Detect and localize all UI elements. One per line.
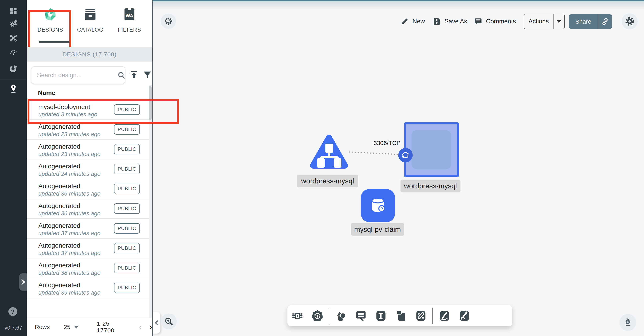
settings-button[interactable] — [622, 14, 638, 29]
pagination-bar: Rows 25 1-25 17700 ‹ › — [27, 318, 152, 336]
share-split-button[interactable]: Share — [569, 15, 612, 29]
visibility-badge: PUBLIC — [114, 263, 140, 273]
pagination-range: 1-25 17700 — [97, 320, 127, 334]
design-updated: updated 23 minutes ago — [38, 131, 100, 138]
wasm-filter-icon: WA — [122, 6, 138, 23]
design-row[interactable]: Autogenerated updated 36 minutes ago PUB… — [27, 179, 150, 199]
dots-flower-button[interactable] — [161, 14, 176, 29]
visibility-badge: PUBLIC — [114, 283, 140, 293]
design-row[interactable]: Autogenerated updated 23 minutes ago PUB… — [27, 120, 150, 140]
design-row[interactable]: mysql-deployment updated 3 minutes ago P… — [27, 100, 150, 120]
pen-nib-icon — [622, 317, 633, 328]
tab-designs[interactable]: DESIGNS — [32, 6, 68, 43]
pen-line-tool[interactable] — [434, 305, 454, 326]
design-row[interactable]: Autogenerated updated 37 minutes ago PUB… — [27, 219, 150, 239]
sidebar-expand-tab[interactable] — [20, 273, 27, 291]
copy-rects-tool[interactable] — [391, 305, 411, 326]
publish-upload-button[interactable] — [129, 70, 139, 80]
sidebar-item-lifecycle[interactable] — [0, 17, 27, 31]
design-row[interactable]: Autogenerated updated 24 minutes ago PUB… — [27, 159, 150, 179]
save-as-button[interactable]: Save As — [432, 14, 467, 29]
visibility-badge: PUBLIC — [114, 223, 140, 234]
chevron-right-icon — [20, 279, 26, 285]
node-label-deployment[interactable]: wordpress-mysql — [400, 180, 460, 192]
design-updated: updated 37 minutes ago — [38, 250, 100, 256]
dropdown-caret-icon — [556, 20, 562, 23]
actions-dropdown-toggle[interactable] — [554, 20, 564, 23]
visibility-badge: PUBLIC — [114, 124, 140, 135]
node-label-service[interactable]: wordpress-mysql — [297, 175, 358, 187]
search-icon — [117, 71, 126, 80]
sidebar-item-extensions[interactable] — [0, 61, 27, 76]
copy-link-button[interactable] — [598, 17, 612, 26]
chain-link-tool[interactable] — [411, 305, 431, 326]
rows-per-page-select[interactable]: 25 — [64, 323, 79, 330]
pencil-curl-tool[interactable] — [454, 305, 474, 326]
new-button[interactable]: New — [400, 14, 425, 29]
tab-catalog[interactable]: CATALOG — [72, 6, 108, 43]
list-scrollbar-track[interactable] — [148, 85, 152, 336]
node-service-wordpress-mysql[interactable] — [309, 132, 349, 172]
filter-list-button[interactable] — [142, 70, 152, 80]
node-label-pvc[interactable]: mysql-pv-claim — [351, 223, 404, 236]
shapes-tool[interactable] — [331, 305, 351, 326]
edge-wordpress-mysql[interactable] — [348, 148, 406, 158]
toolbar-divider — [432, 308, 433, 324]
design-row[interactable]: Autogenerated updated 39 minutes ago PUB… — [27, 278, 150, 298]
search-input[interactable] — [36, 71, 117, 79]
share-label: Share — [569, 18, 598, 25]
list-scrollbar-thumb[interactable] — [148, 86, 152, 120]
design-row[interactable]: Autogenerated updated 23 minutes ago PUB… — [27, 140, 150, 159]
actions-split-button[interactable]: Actions — [524, 14, 565, 29]
design-updated: updated 3 minutes ago — [38, 111, 97, 118]
design-row[interactable]: Autogenerated updated 36 minutes ago PUB… — [27, 199, 150, 219]
design-name: Autogenerated — [38, 183, 80, 190]
node-label-text: wordpress-mysql — [404, 182, 457, 190]
visibility-badge: PUBLIC — [114, 144, 140, 154]
zoom-in-icon — [164, 316, 174, 326]
design-search-box[interactable] — [31, 66, 126, 84]
text-tool[interactable] — [371, 305, 391, 326]
kubernetes-tool[interactable] — [308, 305, 328, 326]
copy-rects-icon — [395, 309, 407, 322]
freehand-pen-button[interactable] — [620, 314, 636, 331]
sidebar-item-configuration[interactable] — [0, 31, 27, 45]
design-canvas[interactable]: New Save As Comments Actions Share — [153, 0, 644, 336]
design-updated: updated 36 minutes ago — [38, 190, 100, 197]
pencil-icon — [400, 17, 409, 26]
visibility-badge: PUBLIC — [114, 184, 140, 194]
sidebar-item-performance[interactable] — [0, 45, 27, 59]
design-name: Autogenerated — [38, 242, 80, 249]
new-button-label: New — [412, 18, 425, 25]
help-button[interactable]: ? — [8, 307, 17, 316]
comments-button[interactable]: Comments — [474, 14, 516, 29]
tab-filters[interactable]: WA FILTERS — [112, 6, 148, 43]
link-icon — [601, 17, 609, 26]
left-navigation-sidebar: ? v0.7.67 — [0, 0, 27, 336]
design-row[interactable]: Autogenerated updated 38 minutes ago PUB… — [27, 258, 150, 278]
gears-icon — [9, 19, 18, 28]
components-tool[interactable] — [288, 305, 308, 326]
extensions-icon — [9, 64, 18, 73]
dashboard-icon — [9, 7, 18, 16]
next-page-button[interactable]: › — [150, 323, 152, 331]
active-tab-underline — [39, 41, 70, 43]
text-icon — [375, 309, 387, 322]
kubernetes-icon — [311, 309, 324, 322]
design-updated: updated 38 minutes ago — [38, 270, 100, 276]
speedometer-icon — [9, 47, 18, 57]
zoom-in-button[interactable] — [161, 313, 177, 329]
panel-tabs: DESIGNS CATALOG WA FILTERS — [27, 0, 152, 47]
node-deployment-wordpress-mysql[interactable] — [404, 122, 459, 177]
design-updated: updated 23 minutes ago — [38, 151, 100, 157]
panel-collapse-tab[interactable] — [153, 312, 160, 333]
sidebar-item-kanvas[interactable] — [0, 82, 27, 96]
designs-panel: DESIGNS CATALOG WA FILTERS DESIGNS (17,7… — [27, 0, 153, 336]
node-pvc-mysql-pv-claim[interactable]: ? — [361, 189, 395, 222]
prev-page-button[interactable]: ‹ — [139, 323, 142, 331]
svg-text:WA: WA — [126, 13, 134, 18]
notes-tool[interactable] — [351, 305, 371, 326]
pod-badge[interactable] — [398, 148, 413, 162]
canvas-top-shadow — [153, 2, 644, 10]
design-row[interactable]: Autogenerated updated 37 minutes ago PUB… — [27, 239, 150, 258]
